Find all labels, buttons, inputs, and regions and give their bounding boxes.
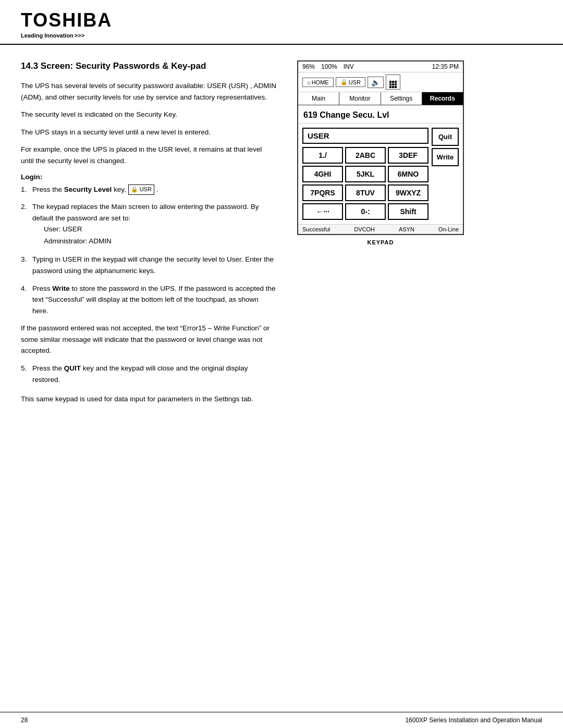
grid-button[interactable] — [386, 75, 400, 90]
tagline: Leading Innovation >>> — [21, 32, 542, 39]
left-column: 14.3 Screen: Security Passwords & Key-pa… — [21, 60, 276, 411]
key-7pqrs[interactable]: 7PQRS — [302, 184, 343, 201]
quit-button[interactable]: Quit — [432, 128, 459, 146]
step-3: 3. Typing in USER in the keypad will cha… — [21, 254, 276, 276]
asyn-label: ASYN — [399, 226, 414, 232]
closing-paragraph: This same keypad is used for data input … — [21, 393, 276, 405]
step-2: 2. The keypad replaces the Main screen t… — [21, 201, 276, 248]
write-button[interactable]: Write — [432, 148, 459, 166]
step-4: 4. Press Write to store the password in … — [21, 283, 276, 317]
page-number: 28 — [21, 717, 28, 724]
toshiba-logo: TOSHIBA — [21, 9, 542, 31]
tab-monitor[interactable]: Monitor — [339, 92, 381, 105]
steps-list-2: 5. Press the QUIT key and the keypad wil… — [21, 363, 276, 385]
error-note: If the password entered was not accepted… — [21, 323, 276, 356]
intro-paragraph-1: The UPS has several levels of security p… — [21, 80, 276, 103]
steps-list: 1. Press the Security Level key, 🔒 USR .… — [21, 184, 276, 317]
load-percent: 100% — [321, 63, 337, 70]
screen-title: 619 Change Secu. Lvl — [303, 110, 458, 120]
key-1[interactable]: 1./ — [302, 147, 343, 164]
screen-footer: Successful DVCOH ASYN On-Line — [298, 224, 463, 234]
nav-icons-row: ⌂ HOME 🔒 USR 🔈 — [298, 72, 463, 92]
side-buttons: Quit Write — [432, 128, 459, 220]
step-1: 1. Press the Security Level key, 🔒 USR . — [21, 184, 276, 195]
key-9wxyz[interactable]: 9WXYZ — [388, 184, 429, 201]
step-5: 5. Press the QUIT key and the keypad wil… — [21, 363, 276, 385]
main-content: 14.3 Screen: Security Passwords & Key-pa… — [0, 45, 563, 427]
keypad-label: KEYPAD — [367, 239, 394, 245]
home-label: HOME — [312, 79, 329, 85]
login-heading: Login: — [21, 173, 276, 181]
page-footer: 28 1600XP Series Installation and Operat… — [0, 712, 563, 728]
home-button[interactable]: ⌂ HOME — [302, 78, 334, 87]
inv-label: INV — [344, 63, 354, 70]
tab-settings[interactable]: Settings — [381, 92, 422, 105]
lock-icon: 🔒 — [340, 79, 348, 85]
key-5jkl[interactable]: 5JKL — [345, 166, 386, 182]
key-backspace[interactable]: ←··· — [302, 203, 343, 220]
successful-text: Successful — [302, 226, 330, 232]
speaker-button[interactable]: 🔈 — [368, 77, 384, 88]
key-2abc[interactable]: 2ABC — [345, 147, 386, 164]
tab-records[interactable]: Records — [422, 92, 463, 105]
manual-title: 1600XP Series Installation and Operation… — [405, 717, 542, 724]
online-label: On-Line — [438, 226, 459, 232]
key-6mno[interactable]: 6MNO — [388, 166, 429, 182]
right-column: 96% 100% INV 12:35 PM ⌂ HOME 🔒 USR 🔈 — [292, 60, 469, 411]
keypad-main: USER 1./ 2ABC 3DEF 4GHI 5JKL 6MNO 7PQRS … — [302, 128, 429, 220]
section-title: 14.3 Screen: Security Passwords & Key-pa… — [21, 60, 276, 72]
screen-title-area: 619 Change Secu. Lvl — [298, 105, 463, 124]
speaker-icon: 🔈 — [371, 78, 380, 87]
key-0[interactable]: 0-: — [345, 203, 386, 220]
intro-paragraph-3: The UPS stays in a security level until … — [21, 127, 276, 138]
intro-paragraph-4: For example, once the UPS is placed in t… — [21, 144, 276, 166]
time-display: 12:35 PM — [432, 63, 459, 70]
grid-icon — [389, 76, 397, 84]
key-4ghi[interactable]: 4GHI — [302, 166, 343, 182]
tab-main[interactable]: Main — [298, 92, 339, 105]
key-shift[interactable]: Shift — [388, 203, 429, 220]
keypad-area: USER 1./ 2ABC 3DEF 4GHI 5JKL 6MNO 7PQRS … — [298, 124, 463, 224]
key-3def[interactable]: 3DEF — [388, 147, 429, 164]
usr-button[interactable]: 🔒 USR — [336, 77, 365, 87]
home-icon: ⌂ — [307, 79, 311, 85]
page-header: TOSHIBA Leading Innovation >>> — [0, 0, 563, 45]
intro-paragraph-2: The security level is indicated on the S… — [21, 109, 276, 120]
usr-key-icon: 🔒 USR — [128, 184, 154, 195]
status-bar: 96% 100% INV 12:35 PM — [298, 61, 463, 72]
key-8tuv[interactable]: 8TUV — [345, 184, 386, 201]
device-screen: 96% 100% INV 12:35 PM ⌂ HOME 🔒 USR 🔈 — [297, 60, 464, 235]
tabs-row: Main Monitor Settings Records — [298, 92, 463, 105]
battery-percent: 96% — [302, 63, 315, 70]
keypad-grid: 1./ 2ABC 3DEF 4GHI 5JKL 6MNO 7PQRS 8TUV … — [302, 147, 429, 220]
usr-label: USR — [349, 79, 361, 85]
dvcoh-label: DVCOH — [354, 226, 375, 232]
user-input-field[interactable]: USER — [302, 128, 429, 144]
